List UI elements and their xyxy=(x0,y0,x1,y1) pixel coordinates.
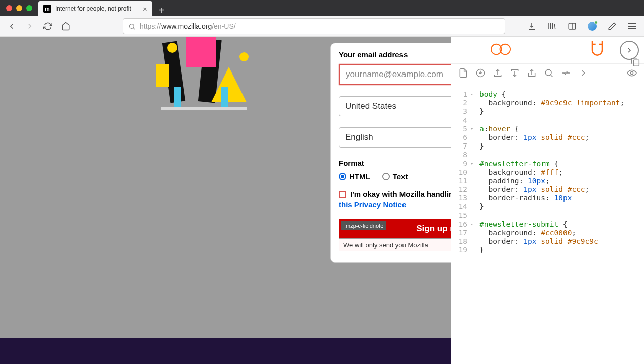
format-text-label: Text xyxy=(393,172,408,181)
svg-rect-17 xyxy=(633,60,639,66)
editor-toolbar xyxy=(451,64,644,84)
chevron-right-icon[interactable] xyxy=(578,68,588,80)
library-button[interactable] xyxy=(545,20,558,33)
profile-button[interactable] xyxy=(586,20,599,33)
address-bar[interactable]: https://www.mozilla.org/en-US/ xyxy=(123,18,505,34)
browser-tab[interactable]: m Internet for people, not profit — × xyxy=(38,1,152,16)
svg-rect-4 xyxy=(186,37,216,67)
live-preview-toggle-icon[interactable] xyxy=(490,41,512,60)
code-content[interactable]: body { background: #9c9c9c !important;}a… xyxy=(474,90,644,364)
format-html-radio[interactable]: HTML xyxy=(339,172,370,181)
copy-icon[interactable] xyxy=(630,56,641,70)
forward-button[interactable] xyxy=(23,20,36,33)
window-close-button[interactable] xyxy=(6,5,12,11)
window-minimize-button[interactable] xyxy=(16,5,22,11)
format-html-label: HTML xyxy=(349,172,370,181)
privacy-notice-link[interactable]: this Privacy Notice xyxy=(339,200,406,209)
style-editor-panel: 1▾2345▾6789▾10111213141516▾171819 body {… xyxy=(451,37,644,364)
radio-checked-icon xyxy=(339,173,346,180)
import-icon[interactable] xyxy=(510,68,520,80)
back-button[interactable] xyxy=(5,20,18,33)
svg-point-16 xyxy=(631,71,633,74)
svg-rect-6 xyxy=(156,64,169,87)
svg-rect-7 xyxy=(174,87,181,107)
reload-button[interactable] xyxy=(41,20,54,33)
line-gutter: 1▾2345▾6789▾10111213141516▾171819 xyxy=(451,90,474,364)
home-button[interactable] xyxy=(59,20,72,33)
window-titlebar: m Internet for people, not profit — × + xyxy=(0,0,644,16)
downloads-button[interactable] xyxy=(525,20,538,33)
stylus-extension-button[interactable] xyxy=(606,20,619,33)
tab-favicon: m xyxy=(43,5,51,13)
css-editor[interactable]: 1▾2345▾6789▾10111213141516▾171819 body {… xyxy=(451,84,644,364)
download-icon[interactable] xyxy=(475,68,486,80)
consent-checkbox[interactable] xyxy=(339,191,346,198)
svg-rect-8 xyxy=(221,87,228,107)
new-file-icon[interactable] xyxy=(458,68,468,80)
svg-point-9 xyxy=(167,43,177,53)
tab-title: Internet for people, not profit — xyxy=(55,5,139,12)
sync-icon[interactable] xyxy=(561,68,571,80)
magnet-icon[interactable] xyxy=(589,39,606,61)
url-text: https://www.mozilla.org/en-US/ xyxy=(140,22,236,30)
signup-button-label: Sign up n xyxy=(416,224,455,234)
menu-button[interactable] xyxy=(626,20,639,33)
country-value: United States xyxy=(345,101,396,111)
export-icon[interactable] xyxy=(493,68,503,80)
format-text-radio[interactable]: Text xyxy=(382,172,408,181)
avatar-icon xyxy=(588,22,597,31)
language-value: English xyxy=(345,132,373,142)
tab-close-button[interactable]: × xyxy=(143,5,147,13)
svg-point-0 xyxy=(130,24,134,28)
radio-unchecked-icon xyxy=(382,173,390,180)
new-tab-button[interactable]: + xyxy=(152,5,171,16)
sidebar-button[interactable] xyxy=(566,20,579,33)
svg-point-15 xyxy=(545,69,551,76)
chevron-right-icon xyxy=(625,46,633,54)
page-viewport: Your email address United States English… xyxy=(0,37,644,364)
share-icon[interactable] xyxy=(527,68,537,80)
hamburger-icon xyxy=(628,23,636,29)
search-icon[interactable] xyxy=(544,68,554,80)
search-icon xyxy=(128,23,136,30)
window-maximize-button[interactable] xyxy=(26,5,32,11)
inspector-selector-tooltip: .mzp-c-fieldnote xyxy=(341,221,386,230)
svg-rect-11 xyxy=(161,107,247,110)
browser-toolbar: https://www.mozilla.org/en-US/ xyxy=(0,16,644,37)
svg-point-10 xyxy=(239,52,249,61)
consent-text: I'm okay with Mozilla handling xyxy=(350,190,458,198)
hero-illustration xyxy=(146,37,267,117)
